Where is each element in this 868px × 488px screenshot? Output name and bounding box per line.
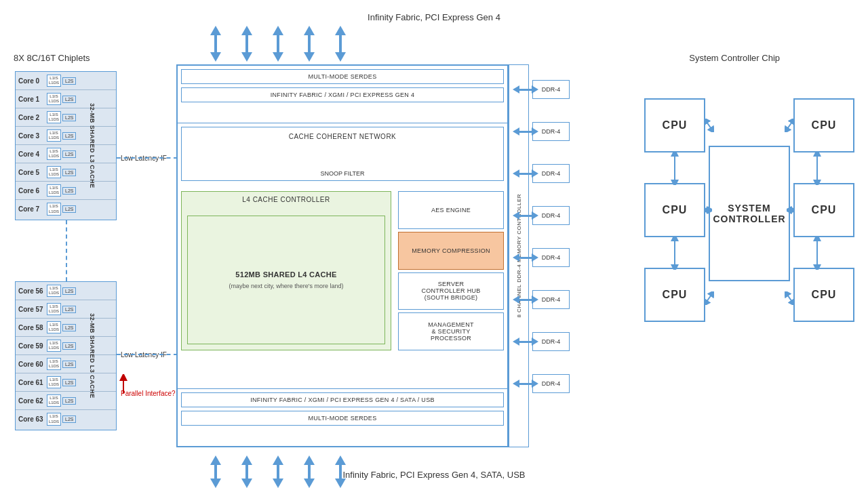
l1i-cell: L1ISL1DS: [47, 376, 61, 388]
core-name: Core 2: [18, 114, 47, 121]
arrow-up-icon: [241, 455, 252, 465]
system-controller-center: SYSTEM CONTROLLER: [709, 146, 790, 281]
l1i-cell: L1ISL1DS: [47, 93, 61, 105]
arrow-left-icon: [513, 85, 519, 94]
top-core-row: Core 3 L1ISL1DS L2S: [16, 127, 116, 145]
svg-line-1: [786, 120, 793, 131]
management-processor-box: MANAGEMENT & SECURITY PROCESSOR: [398, 312, 504, 350]
bottom-arrows: [210, 455, 346, 488]
cpu-box-bottom-left: CPU: [644, 268, 705, 322]
svg-line-0: [705, 120, 713, 131]
top-serdes-area: MULTI-MODE SERDES INFINITY FABRIC / XGMI…: [178, 66, 507, 123]
arrow-line: [277, 35, 279, 52]
ll-if-bottom-line: [117, 354, 178, 355]
bottom-core-row: Core 60 L1ISL1DS L2S: [16, 355, 116, 373]
l2-cell: L2S: [62, 150, 76, 158]
arrow-line: [339, 35, 342, 52]
cache-cells: L1ISL1DS L2S: [47, 358, 76, 370]
core-name: Core 56: [18, 287, 47, 295]
cache-cells: L1ISL1DS L2S: [47, 129, 76, 142]
top-chiplet: Core 0 L1ISL1DS L2S Core 1 L1ISL1DS L2S …: [15, 71, 117, 220]
arrow-v-tr: [810, 151, 824, 185]
cache-cells: L1ISL1DS L2S: [47, 285, 76, 297]
arrow-up-icon: [304, 455, 315, 465]
l1i-cell: L1ISL1DS: [47, 184, 61, 197]
arrow-down-icon: [241, 479, 252, 488]
cpu-box-mid-left: CPU: [644, 183, 705, 237]
l2-cell: L2S: [62, 77, 76, 85]
arrow-right-icon: [532, 380, 538, 388]
l2-cell: L2S: [62, 96, 76, 103]
top-core-row: Core 7 L1ISL1DS L2S: [16, 200, 116, 218]
ddr-arrow: [513, 253, 538, 262]
bottom-serdes-area: INFINITY FABRIC / XGMI / PCI EXPRESS GEN…: [178, 388, 507, 446]
top-core-row: Core 4 L1ISL1DS L2S: [16, 145, 116, 163]
l4-cache-label: 512MB SHARED L4 CACHE: [235, 270, 336, 279]
arrow-line: [339, 465, 342, 479]
arrow-line: [519, 299, 532, 301]
arrow-up-icon: [335, 26, 346, 35]
top-arrow-4: [304, 26, 315, 62]
arrow-line: [245, 35, 248, 52]
cache-cells: L1ISL1DS L2S: [47, 166, 76, 178]
arrow-down-icon: [335, 479, 346, 488]
arrow-v-tl: [668, 151, 682, 185]
top-l3-label: 32-MB SHARED L3 CACHE: [89, 103, 96, 188]
l1i-cell: L1ISL1DS: [47, 321, 61, 333]
bottom-arrow-1: [210, 455, 221, 488]
l2-cell: L2S: [62, 114, 76, 121]
infinity-fabric-bottom: INFINITY FABRIC / XGMI / PCI EXPRESS GEN…: [181, 392, 504, 407]
arrow-up-icon: [241, 26, 252, 35]
l2-cell: L2S: [62, 187, 76, 195]
svg-line-5: [786, 293, 793, 304]
cache-cells: L1ISL1DS L2S: [47, 321, 76, 333]
parallel-arrow: [117, 374, 130, 394]
arrow-up-icon: [273, 455, 283, 465]
arrow-cpu-bl: [704, 291, 714, 305]
arrow-cpu-tl: [704, 119, 714, 132]
bottom-l3-label: 32-MB SHARED L3 CACHE: [89, 313, 96, 399]
arrow-down-icon: [273, 52, 283, 62]
cache-cells: L1ISL1DS L2S: [47, 413, 76, 425]
l2-cell: L2S: [62, 287, 76, 295]
arrow-up-icon: [304, 26, 315, 35]
bottom-arrow-4: [304, 455, 315, 488]
core-name: Core 3: [18, 132, 47, 140]
bottom-arrow-3: [273, 455, 283, 488]
arrow-line: [519, 89, 532, 91]
arrow-left-icon: [513, 127, 519, 136]
arrow-up-icon: [210, 26, 221, 35]
svg-line-4: [705, 293, 713, 304]
l1i-cell: L1ISL1DS: [47, 340, 61, 352]
arrow-up-icon: [273, 26, 283, 35]
cache-cells: L1ISL1DS L2S: [47, 93, 76, 105]
cache-cells: L1ISL1DS L2S: [47, 184, 76, 197]
ddr-arrow: [513, 127, 538, 136]
core-name: Core 59: [18, 342, 47, 350]
arrow-down-icon: [304, 479, 315, 488]
arrow-right-icon: [532, 85, 538, 94]
infinity-fabric-top: INFINITY FABRIC / XGMI / PCI EXPRESS GEN…: [181, 87, 504, 102]
cache-cells: L1ISL1DS L2S: [47, 111, 76, 123]
arrow-right-icon: [532, 253, 538, 262]
core-name: Core 61: [18, 379, 47, 386]
arrow-cpu-br: [785, 291, 795, 305]
top-arrows: [210, 26, 346, 62]
ddr-arrow: [513, 296, 538, 304]
core-name: Core 7: [18, 205, 47, 213]
top-arrow-5: [335, 26, 346, 62]
l1i-cell: L1ISL1DS: [47, 413, 61, 425]
arrow-down-icon: [335, 52, 346, 62]
l2-cell: L2S: [62, 205, 76, 213]
arrow-left-icon: [513, 169, 519, 178]
core-name: Core 58: [18, 324, 47, 331]
bottom-label: Infinity Fabric, PCI Express Gen 4, SATA…: [343, 470, 526, 480]
ddr-arrow: [513, 85, 538, 94]
l2-cell: L2S: [62, 132, 76, 140]
core-name: Core 6: [18, 187, 47, 195]
system-controller-area: CPU CPU CPU CPU CPU CPU SYSTEM CONTROLLE…: [644, 98, 854, 363]
diagram-container: Infinity Fabric, PCI Express Gen 4 Infin…: [0, 0, 868, 488]
l2-cell: L2S: [62, 361, 76, 368]
arrow-line: [277, 465, 279, 479]
top-arrow-1: [210, 26, 221, 62]
